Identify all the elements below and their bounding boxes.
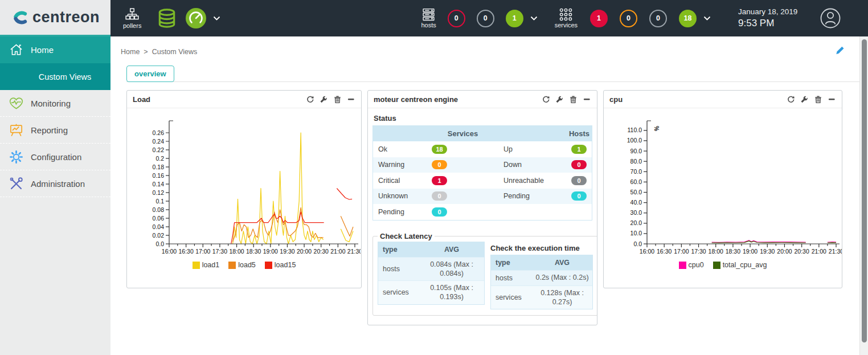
services-unknown-badge[interactable]: 0 <box>649 10 667 27</box>
wrench-icon[interactable] <box>800 95 809 104</box>
svg-text:0.16: 0.16 <box>153 172 165 179</box>
user-icon <box>819 7 842 30</box>
svg-text:60.0: 60.0 <box>630 178 642 185</box>
wrench-icon[interactable] <box>555 95 564 104</box>
legend-swatch <box>679 262 686 269</box>
svg-text:0.18: 0.18 <box>153 164 165 170</box>
status-label: Ok <box>373 145 427 153</box>
centreon-dashboard: centreon pollers <box>0 0 868 355</box>
sidebar-item-label: Configuration <box>31 152 81 162</box>
widget-cpu-header: cpu <box>604 91 842 108</box>
date-text: January 18, 2019 <box>738 7 797 17</box>
services-menu[interactable]: services <box>555 8 578 28</box>
hosts-icon <box>421 8 436 21</box>
poller-status-chevron-icon[interactable] <box>213 16 220 21</box>
widget-title: moteur centreon engine <box>374 95 458 104</box>
sidebar-item-custom-views[interactable]: Custom Views <box>0 63 110 90</box>
status-label: Pending <box>373 208 427 216</box>
user-avatar[interactable] <box>819 7 842 30</box>
configuration-gear-icon <box>9 149 24 165</box>
legend-item: total_cpu_avg <box>713 261 767 269</box>
col-type: type <box>378 242 419 257</box>
check-latency-box: Check Latency type AVG hosts 0.084s (Max… <box>372 232 597 316</box>
services-icon <box>559 8 573 21</box>
hosts-label: hosts <box>421 22 436 28</box>
status-badge[interactable]: 0 <box>432 207 447 217</box>
sidebar-item-configuration[interactable]: Configuration <box>0 144 110 170</box>
database-icon[interactable] <box>156 7 178 29</box>
svg-text:%: % <box>653 126 660 131</box>
sidebar-item-administration[interactable]: Administration <box>0 170 110 197</box>
svg-text:16:00: 16:00 <box>162 248 177 255</box>
status-badge[interactable]: 0 <box>432 191 447 201</box>
legend-item: cpu0 <box>679 261 704 269</box>
svg-text:16:30: 16:30 <box>178 248 193 255</box>
legend-label: load5 <box>238 261 256 269</box>
trash-icon[interactable] <box>569 95 578 104</box>
cpu-chart: 0.010.020.030.040.050.060.070.080.090.01… <box>606 114 842 258</box>
trash-icon[interactable] <box>814 95 822 104</box>
widget-title: cpu <box>609 95 623 104</box>
sidebar-item-home[interactable]: Home <box>0 36 110 63</box>
refresh-icon[interactable] <box>542 95 550 104</box>
status-badge[interactable]: 18 <box>432 145 447 154</box>
legend-item: load5 <box>228 261 256 269</box>
minimize-icon[interactable] <box>828 95 836 104</box>
refresh-icon[interactable] <box>787 95 795 104</box>
reporting-icon <box>9 123 24 138</box>
edit-view-pencil-icon[interactable] <box>835 46 845 58</box>
status-badge[interactable]: 1 <box>432 176 447 185</box>
services-warning-badge[interactable]: 0 <box>620 10 637 27</box>
wrench-icon[interactable] <box>320 95 328 104</box>
brand-logo[interactable]: centreon <box>0 0 110 36</box>
legend-label: load1 <box>202 261 220 269</box>
cell-type: hosts <box>491 271 532 285</box>
svg-text:17:30: 17:30 <box>212 248 227 255</box>
legend-swatch <box>713 262 720 269</box>
status-badge[interactable]: 0 <box>571 176 587 185</box>
status-row: Pending 0 <box>373 204 592 220</box>
services-chevron-icon[interactable] <box>703 16 711 21</box>
hosts-down-badge[interactable]: 0 <box>448 10 465 27</box>
pollers-button[interactable]: pollers <box>123 8 141 29</box>
minimize-icon[interactable] <box>583 95 591 104</box>
vertical-scrollbar[interactable] <box>859 36 868 355</box>
breadcrumb-separator: > <box>144 48 148 56</box>
status-row: Warning 0 Down 0 <box>373 157 592 173</box>
status-title: Status <box>374 114 592 123</box>
legend-label: cpu0 <box>689 261 704 269</box>
services-ok-badge[interactable]: 18 <box>679 10 697 27</box>
tab-overview[interactable]: overview <box>126 66 174 82</box>
cell-type: services <box>378 285 419 300</box>
sidebar-item-reporting[interactable]: Reporting <box>0 117 110 144</box>
svg-text:19:30: 19:30 <box>280 248 294 255</box>
breadcrumb-home[interactable]: Home <box>121 48 140 56</box>
table-row: hosts 0.084s (Max : 0.084s) <box>378 257 484 281</box>
trash-icon[interactable] <box>333 95 342 104</box>
status-badge[interactable]: 1 <box>571 145 587 154</box>
hosts-unreachable-badge[interactable]: 0 <box>477 10 494 27</box>
widget-engine-header: moteur centreon engine <box>368 91 597 108</box>
gauge-icon[interactable] <box>185 7 207 30</box>
execution-table: type AVG hosts 0.2s (Max : 0.2s) service… <box>490 255 593 310</box>
minimize-icon[interactable] <box>347 95 355 104</box>
refresh-icon[interactable] <box>306 95 314 104</box>
services-critical-badge[interactable]: 1 <box>590 10 608 27</box>
svg-text:19:00: 19:00 <box>743 248 758 255</box>
status-badge[interactable]: 0 <box>571 191 587 201</box>
svg-text:0.0: 0.0 <box>633 240 642 247</box>
hosts-menu[interactable]: hosts <box>421 8 436 28</box>
sidebar-item-label: Reporting <box>31 125 68 135</box>
hosts-up-badge[interactable]: 1 <box>506 10 523 27</box>
svg-text:0.26: 0.26 <box>153 129 165 136</box>
sidebar-item-label: Monitoring <box>31 99 71 108</box>
svg-text:0.0: 0.0 <box>155 240 164 247</box>
svg-text:10.0: 10.0 <box>630 230 642 236</box>
status-badge[interactable]: 0 <box>571 160 587 169</box>
status-label: Up <box>498 145 567 153</box>
hosts-chevron-icon[interactable] <box>530 16 538 21</box>
sidebar-item-label: Custom Views <box>39 72 91 81</box>
status-badge[interactable]: 0 <box>432 160 447 169</box>
scrollbar-thumb[interactable] <box>862 39 867 342</box>
sidebar-item-monitoring[interactable]: Monitoring <box>0 90 110 117</box>
